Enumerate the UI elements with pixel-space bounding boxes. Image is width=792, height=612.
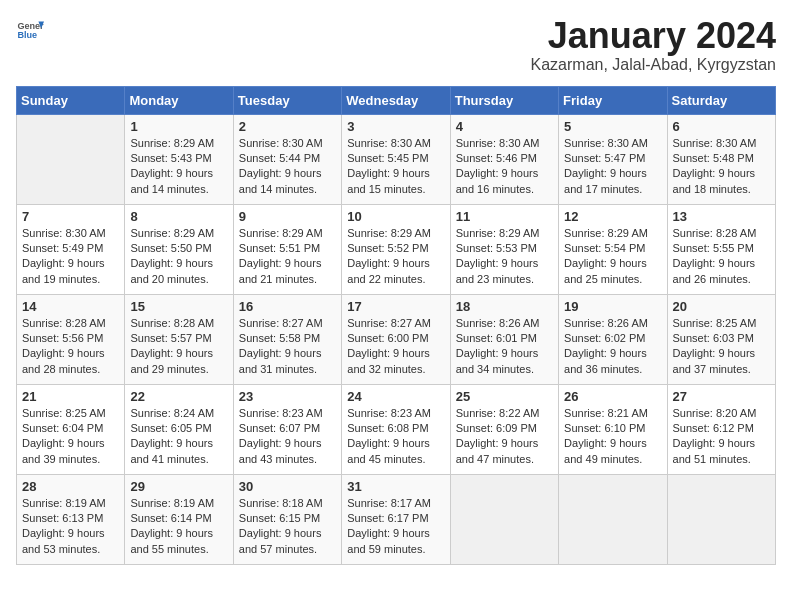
daylight-minutes-line: and 57 minutes. xyxy=(239,542,336,557)
daylight-minutes-line: and 55 minutes. xyxy=(130,542,227,557)
calendar-cell: 3Sunrise: 8:30 AMSunset: 5:45 PMDaylight… xyxy=(342,114,450,204)
daylight-line: Daylight: 9 hours xyxy=(564,166,661,181)
daylight-minutes-line: and 20 minutes. xyxy=(130,272,227,287)
calendar-cell: 30Sunrise: 8:18 AMSunset: 6:15 PMDayligh… xyxy=(233,474,341,564)
calendar-cell: 18Sunrise: 8:26 AMSunset: 6:01 PMDayligh… xyxy=(450,294,558,384)
sunrise-line: Sunrise: 8:29 AM xyxy=(456,226,553,241)
daylight-line: Daylight: 9 hours xyxy=(564,256,661,271)
day-number: 8 xyxy=(130,209,227,224)
daylight-line: Daylight: 9 hours xyxy=(239,436,336,451)
daylight-minutes-line: and 15 minutes. xyxy=(347,182,444,197)
sunrise-line: Sunrise: 8:29 AM xyxy=(347,226,444,241)
day-number: 28 xyxy=(22,479,119,494)
sunset-line: Sunset: 6:04 PM xyxy=(22,421,119,436)
daylight-minutes-line: and 18 minutes. xyxy=(673,182,770,197)
header-sunday: Sunday xyxy=(17,86,125,114)
daylight-line: Daylight: 9 hours xyxy=(673,256,770,271)
calendar-cell: 7Sunrise: 8:30 AMSunset: 5:49 PMDaylight… xyxy=(17,204,125,294)
sunrise-line: Sunrise: 8:17 AM xyxy=(347,496,444,511)
day-number: 12 xyxy=(564,209,661,224)
daylight-minutes-line: and 26 minutes. xyxy=(673,272,770,287)
logo: General Blue xyxy=(16,16,44,44)
sunset-line: Sunset: 5:46 PM xyxy=(456,151,553,166)
daylight-line: Daylight: 9 hours xyxy=(22,346,119,361)
daylight-minutes-line: and 41 minutes. xyxy=(130,452,227,467)
header-tuesday: Tuesday xyxy=(233,86,341,114)
calendar-cell: 8Sunrise: 8:29 AMSunset: 5:50 PMDaylight… xyxy=(125,204,233,294)
calendar-week-1: 1Sunrise: 8:29 AMSunset: 5:43 PMDaylight… xyxy=(17,114,776,204)
sunrise-line: Sunrise: 8:27 AM xyxy=(347,316,444,331)
sunset-line: Sunset: 5:49 PM xyxy=(22,241,119,256)
daylight-line: Daylight: 9 hours xyxy=(347,256,444,271)
calendar-cell: 29Sunrise: 8:19 AMSunset: 6:14 PMDayligh… xyxy=(125,474,233,564)
daylight-line: Daylight: 9 hours xyxy=(130,256,227,271)
calendar-cell: 12Sunrise: 8:29 AMSunset: 5:54 PMDayligh… xyxy=(559,204,667,294)
daylight-line: Daylight: 9 hours xyxy=(239,346,336,361)
sunrise-line: Sunrise: 8:30 AM xyxy=(564,136,661,151)
daylight-minutes-line: and 31 minutes. xyxy=(239,362,336,377)
sunset-line: Sunset: 5:43 PM xyxy=(130,151,227,166)
daylight-minutes-line: and 59 minutes. xyxy=(347,542,444,557)
daylight-line: Daylight: 9 hours xyxy=(673,346,770,361)
sunrise-line: Sunrise: 8:28 AM xyxy=(673,226,770,241)
calendar-body: 1Sunrise: 8:29 AMSunset: 5:43 PMDaylight… xyxy=(17,114,776,564)
sunset-line: Sunset: 5:51 PM xyxy=(239,241,336,256)
sunrise-line: Sunrise: 8:28 AM xyxy=(130,316,227,331)
calendar-cell xyxy=(559,474,667,564)
day-number: 27 xyxy=(673,389,770,404)
calendar-week-4: 21Sunrise: 8:25 AMSunset: 6:04 PMDayligh… xyxy=(17,384,776,474)
daylight-minutes-line: and 19 minutes. xyxy=(22,272,119,287)
header-wednesday: Wednesday xyxy=(342,86,450,114)
calendar-cell: 28Sunrise: 8:19 AMSunset: 6:13 PMDayligh… xyxy=(17,474,125,564)
calendar-cell xyxy=(667,474,775,564)
day-number: 24 xyxy=(347,389,444,404)
day-number: 25 xyxy=(456,389,553,404)
sunrise-line: Sunrise: 8:29 AM xyxy=(130,226,227,241)
daylight-minutes-line: and 16 minutes. xyxy=(456,182,553,197)
calendar-cell: 19Sunrise: 8:26 AMSunset: 6:02 PMDayligh… xyxy=(559,294,667,384)
day-number: 15 xyxy=(130,299,227,314)
sunset-line: Sunset: 6:07 PM xyxy=(239,421,336,436)
daylight-line: Daylight: 9 hours xyxy=(347,526,444,541)
sunset-line: Sunset: 5:58 PM xyxy=(239,331,336,346)
sunset-line: Sunset: 5:55 PM xyxy=(673,241,770,256)
daylight-minutes-line: and 25 minutes. xyxy=(564,272,661,287)
calendar-cell xyxy=(450,474,558,564)
sunset-line: Sunset: 6:01 PM xyxy=(456,331,553,346)
sunset-line: Sunset: 5:52 PM xyxy=(347,241,444,256)
sunset-line: Sunset: 6:03 PM xyxy=(673,331,770,346)
day-number: 22 xyxy=(130,389,227,404)
daylight-minutes-line: and 37 minutes. xyxy=(673,362,770,377)
day-number: 3 xyxy=(347,119,444,134)
day-number: 9 xyxy=(239,209,336,224)
daylight-line: Daylight: 9 hours xyxy=(22,526,119,541)
daylight-line: Daylight: 9 hours xyxy=(239,256,336,271)
sunrise-line: Sunrise: 8:27 AM xyxy=(239,316,336,331)
calendar-cell: 27Sunrise: 8:20 AMSunset: 6:12 PMDayligh… xyxy=(667,384,775,474)
subtitle: Kazarman, Jalal-Abad, Kyrgyzstan xyxy=(531,56,776,74)
sunrise-line: Sunrise: 8:19 AM xyxy=(130,496,227,511)
daylight-line: Daylight: 9 hours xyxy=(239,166,336,181)
daylight-minutes-line: and 17 minutes. xyxy=(564,182,661,197)
daylight-minutes-line: and 49 minutes. xyxy=(564,452,661,467)
daylight-line: Daylight: 9 hours xyxy=(347,346,444,361)
daylight-line: Daylight: 9 hours xyxy=(456,166,553,181)
daylight-minutes-line: and 39 minutes. xyxy=(22,452,119,467)
daylight-minutes-line: and 22 minutes. xyxy=(347,272,444,287)
logo-icon: General Blue xyxy=(16,16,44,44)
day-number: 20 xyxy=(673,299,770,314)
sunrise-line: Sunrise: 8:30 AM xyxy=(673,136,770,151)
sunset-line: Sunset: 5:53 PM xyxy=(456,241,553,256)
calendar-cell: 25Sunrise: 8:22 AMSunset: 6:09 PMDayligh… xyxy=(450,384,558,474)
daylight-line: Daylight: 9 hours xyxy=(456,256,553,271)
day-number: 17 xyxy=(347,299,444,314)
sunset-line: Sunset: 6:00 PM xyxy=(347,331,444,346)
day-number: 16 xyxy=(239,299,336,314)
daylight-line: Daylight: 9 hours xyxy=(673,166,770,181)
calendar-cell: 17Sunrise: 8:27 AMSunset: 6:00 PMDayligh… xyxy=(342,294,450,384)
sunset-line: Sunset: 5:48 PM xyxy=(673,151,770,166)
sunrise-line: Sunrise: 8:29 AM xyxy=(239,226,336,241)
day-number: 30 xyxy=(239,479,336,494)
daylight-minutes-line: and 21 minutes. xyxy=(239,272,336,287)
sunset-line: Sunset: 5:45 PM xyxy=(347,151,444,166)
